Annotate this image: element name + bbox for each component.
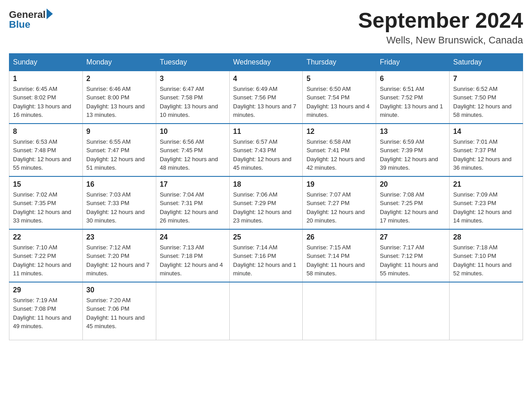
calendar-cell: 27Sunrise: 7:17 AMSunset: 7:12 PMDayligh… <box>376 229 450 282</box>
day-number: 23 <box>86 233 152 241</box>
calendar-cell: 24Sunrise: 7:13 AMSunset: 7:18 PMDayligh… <box>156 229 229 282</box>
calendar-cell: 4Sunrise: 6:49 AMSunset: 7:56 PMDaylight… <box>229 71 303 124</box>
day-number: 7 <box>453 75 519 83</box>
day-of-week-header: Thursday <box>303 53 376 71</box>
day-sun-info: Sunrise: 6:47 AMSunset: 7:58 PMDaylight:… <box>160 85 226 120</box>
day-of-week-header: Monday <box>82 53 156 71</box>
calendar-cell <box>229 282 303 340</box>
calendar-cell: 1Sunrise: 6:45 AMSunset: 8:02 PMDaylight… <box>9 71 83 124</box>
day-number: 18 <box>233 180 299 188</box>
day-sun-info: Sunrise: 7:01 AMSunset: 7:37 PMDaylight:… <box>453 137 519 172</box>
day-of-week-header: Saturday <box>450 53 523 71</box>
day-sun-info: Sunrise: 7:15 AMSunset: 7:14 PMDaylight:… <box>306 243 372 278</box>
day-number: 16 <box>86 180 152 188</box>
day-sun-info: Sunrise: 7:14 AMSunset: 7:16 PMDaylight:… <box>233 243 299 278</box>
calendar-cell: 18Sunrise: 7:06 AMSunset: 7:29 PMDayligh… <box>229 176 303 229</box>
day-sun-info: Sunrise: 7:02 AMSunset: 7:35 PMDaylight:… <box>13 190 79 225</box>
calendar-cell <box>450 282 523 340</box>
day-number: 28 <box>453 233 519 241</box>
calendar-cell: 26Sunrise: 7:15 AMSunset: 7:14 PMDayligh… <box>303 229 376 282</box>
calendar-cell: 10Sunrise: 6:56 AMSunset: 7:45 PMDayligh… <box>156 124 229 176</box>
day-number: 1 <box>13 75 79 83</box>
day-number: 21 <box>453 180 519 188</box>
calendar-cell: 7Sunrise: 6:52 AMSunset: 7:50 PMDaylight… <box>450 71 523 124</box>
day-number: 15 <box>13 180 79 188</box>
day-number: 22 <box>13 233 79 241</box>
day-sun-info: Sunrise: 7:03 AMSunset: 7:33 PMDaylight:… <box>86 190 152 225</box>
calendar-cell: 12Sunrise: 6:58 AMSunset: 7:41 PMDayligh… <box>303 124 376 176</box>
day-number: 9 <box>86 128 152 136</box>
day-number: 27 <box>380 233 446 241</box>
calendar-cell: 28Sunrise: 7:18 AMSunset: 7:10 PMDayligh… <box>450 229 523 282</box>
day-sun-info: Sunrise: 6:50 AMSunset: 7:54 PMDaylight:… <box>306 85 372 120</box>
day-sun-info: Sunrise: 6:53 AMSunset: 7:48 PMDaylight:… <box>13 137 79 172</box>
calendar-header-row: SundayMondayTuesdayWednesdayThursdayFrid… <box>9 53 523 71</box>
day-sun-info: Sunrise: 6:52 AMSunset: 7:50 PMDaylight:… <box>453 85 519 120</box>
calendar-table: SundayMondayTuesdayWednesdayThursdayFrid… <box>9 53 523 341</box>
day-number: 13 <box>380 128 446 136</box>
day-of-week-header: Wednesday <box>229 53 303 71</box>
calendar-cell: 11Sunrise: 6:57 AMSunset: 7:43 PMDayligh… <box>229 124 303 176</box>
calendar-cell <box>376 282 450 340</box>
day-number: 11 <box>233 128 299 136</box>
calendar-cell: 15Sunrise: 7:02 AMSunset: 7:35 PMDayligh… <box>9 176 83 229</box>
calendar-cell: 5Sunrise: 6:50 AMSunset: 7:54 PMDaylight… <box>303 71 376 124</box>
day-number: 14 <box>453 128 519 136</box>
page-header: General Blue September 2024 Wells, New B… <box>9 9 523 46</box>
day-sun-info: Sunrise: 6:55 AMSunset: 7:47 PMDaylight:… <box>86 137 152 172</box>
day-sun-info: Sunrise: 6:59 AMSunset: 7:39 PMDaylight:… <box>380 137 446 172</box>
day-sun-info: Sunrise: 7:06 AMSunset: 7:29 PMDaylight:… <box>233 190 299 225</box>
day-number: 8 <box>13 128 79 136</box>
calendar-cell: 13Sunrise: 6:59 AMSunset: 7:39 PMDayligh… <box>376 124 450 176</box>
day-number: 6 <box>380 75 446 83</box>
day-sun-info: Sunrise: 7:09 AMSunset: 7:23 PMDaylight:… <box>453 190 519 225</box>
logo: General Blue <box>9 9 53 30</box>
calendar-week-row: 8Sunrise: 6:53 AMSunset: 7:48 PMDaylight… <box>9 124 523 176</box>
calendar-cell: 21Sunrise: 7:09 AMSunset: 7:23 PMDayligh… <box>450 176 523 229</box>
day-number: 19 <box>306 180 372 188</box>
day-sun-info: Sunrise: 7:08 AMSunset: 7:25 PMDaylight:… <box>380 190 446 225</box>
calendar-cell: 25Sunrise: 7:14 AMSunset: 7:16 PMDayligh… <box>229 229 303 282</box>
calendar-cell: 8Sunrise: 6:53 AMSunset: 7:48 PMDaylight… <box>9 124 83 176</box>
logo-arrow-icon <box>47 9 53 19</box>
day-number: 3 <box>160 75 226 83</box>
day-sun-info: Sunrise: 7:20 AMSunset: 7:06 PMDaylight:… <box>86 296 152 331</box>
day-number: 24 <box>160 233 226 241</box>
day-sun-info: Sunrise: 6:58 AMSunset: 7:41 PMDaylight:… <box>306 137 372 172</box>
day-sun-info: Sunrise: 6:56 AMSunset: 7:45 PMDaylight:… <box>160 137 226 172</box>
day-number: 30 <box>86 286 152 294</box>
day-sun-info: Sunrise: 6:45 AMSunset: 8:02 PMDaylight:… <box>13 85 79 120</box>
calendar-cell: 20Sunrise: 7:08 AMSunset: 7:25 PMDayligh… <box>376 176 450 229</box>
day-sun-info: Sunrise: 7:12 AMSunset: 7:20 PMDaylight:… <box>86 243 152 278</box>
day-sun-info: Sunrise: 7:19 AMSunset: 7:08 PMDaylight:… <box>13 296 79 331</box>
day-number: 10 <box>160 128 226 136</box>
day-number: 29 <box>13 286 79 294</box>
day-sun-info: Sunrise: 6:46 AMSunset: 8:00 PMDaylight:… <box>86 85 152 120</box>
calendar-cell: 17Sunrise: 7:04 AMSunset: 7:31 PMDayligh… <box>156 176 229 229</box>
calendar-cell: 29Sunrise: 7:19 AMSunset: 7:08 PMDayligh… <box>9 282 83 340</box>
calendar-cell: 3Sunrise: 6:47 AMSunset: 7:58 PMDaylight… <box>156 71 229 124</box>
day-of-week-header: Sunday <box>9 53 83 71</box>
calendar-cell: 22Sunrise: 7:10 AMSunset: 7:22 PMDayligh… <box>9 229 83 282</box>
day-sun-info: Sunrise: 6:51 AMSunset: 7:52 PMDaylight:… <box>380 85 446 120</box>
calendar-cell <box>303 282 376 340</box>
day-sun-info: Sunrise: 7:13 AMSunset: 7:18 PMDaylight:… <box>160 243 226 278</box>
day-number: 20 <box>380 180 446 188</box>
day-of-week-header: Friday <box>376 53 450 71</box>
day-number: 12 <box>306 128 372 136</box>
day-sun-info: Sunrise: 7:04 AMSunset: 7:31 PMDaylight:… <box>160 190 226 225</box>
month-year-title: September 2024 <box>358 9 523 33</box>
calendar-cell: 19Sunrise: 7:07 AMSunset: 7:27 PMDayligh… <box>303 176 376 229</box>
calendar-week-row: 15Sunrise: 7:02 AMSunset: 7:35 PMDayligh… <box>9 176 523 229</box>
calendar-week-row: 22Sunrise: 7:10 AMSunset: 7:22 PMDayligh… <box>9 229 523 282</box>
day-sun-info: Sunrise: 7:07 AMSunset: 7:27 PMDaylight:… <box>306 190 372 225</box>
day-sun-info: Sunrise: 7:18 AMSunset: 7:10 PMDaylight:… <box>453 243 519 278</box>
location-subtitle: Wells, New Brunswick, Canada <box>358 34 523 46</box>
title-block: September 2024 Wells, New Brunswick, Can… <box>358 9 523 46</box>
day-number: 2 <box>86 75 152 83</box>
day-number: 4 <box>233 75 299 83</box>
day-number: 17 <box>160 180 226 188</box>
day-number: 26 <box>306 233 372 241</box>
day-of-week-header: Tuesday <box>156 53 229 71</box>
day-sun-info: Sunrise: 7:17 AMSunset: 7:12 PMDaylight:… <box>380 243 446 278</box>
